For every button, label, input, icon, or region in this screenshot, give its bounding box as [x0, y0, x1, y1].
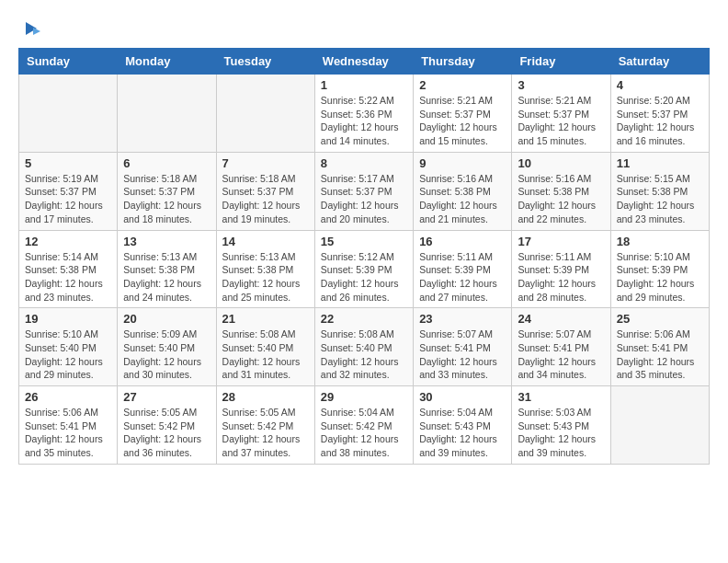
weekday-header: Thursday — [414, 49, 512, 75]
day-number: 17 — [518, 235, 604, 248]
calendar-cell: 22Sunrise: 5:08 AMSunset: 5:40 PMDayligh… — [314, 308, 413, 386]
calendar-cell: 11Sunrise: 5:15 AMSunset: 5:38 PMDayligh… — [610, 152, 709, 230]
calendar-cell — [19, 75, 118, 153]
day-number: 5 — [25, 156, 111, 170]
calendar-cell: 18Sunrise: 5:10 AMSunset: 5:39 PMDayligh… — [610, 230, 709, 308]
day-number: 16 — [419, 235, 506, 248]
day-info: Sunrise: 5:07 AMSunset: 5:41 PMDaylight:… — [419, 327, 506, 382]
day-number: 29 — [321, 390, 407, 404]
day-number: 21 — [222, 312, 309, 326]
day-number: 22 — [321, 312, 407, 326]
day-number: 10 — [518, 156, 604, 170]
day-number: 11 — [617, 156, 703, 170]
day-number: 20 — [123, 312, 210, 326]
day-info: Sunrise: 5:13 AMSunset: 5:38 PMDaylight:… — [222, 250, 309, 304]
calendar-cell: 29Sunrise: 5:04 AMSunset: 5:42 PMDayligh… — [314, 386, 413, 465]
day-number: 18 — [617, 235, 703, 248]
day-info: Sunrise: 5:06 AMSunset: 5:41 PMDaylight:… — [617, 327, 703, 382]
calendar-cell: 15Sunrise: 5:12 AMSunset: 5:39 PMDayligh… — [314, 230, 413, 308]
day-number: 14 — [222, 235, 309, 248]
day-info: Sunrise: 5:08 AMSunset: 5:40 PMDaylight:… — [222, 327, 309, 382]
day-info: Sunrise: 5:04 AMSunset: 5:43 PMDaylight:… — [419, 406, 506, 460]
day-number: 23 — [419, 312, 506, 326]
day-info: Sunrise: 5:11 AMSunset: 5:39 PMDaylight:… — [419, 250, 506, 304]
svg-marker-1 — [33, 28, 40, 35]
day-number: 3 — [518, 78, 604, 92]
calendar-cell: 20Sunrise: 5:09 AMSunset: 5:40 PMDayligh… — [118, 308, 216, 386]
calendar-cell: 25Sunrise: 5:06 AMSunset: 5:41 PMDayligh… — [610, 308, 709, 386]
calendar-cell: 5Sunrise: 5:19 AMSunset: 5:37 PMDaylight… — [19, 152, 118, 230]
day-info: Sunrise: 5:09 AMSunset: 5:40 PMDaylight:… — [123, 327, 210, 382]
day-info: Sunrise: 5:14 AMSunset: 5:38 PMDaylight:… — [25, 250, 111, 304]
day-info: Sunrise: 5:08 AMSunset: 5:40 PMDaylight:… — [321, 327, 407, 382]
day-info: Sunrise: 5:21 AMSunset: 5:37 PMDaylight:… — [419, 94, 506, 148]
calendar-cell: 16Sunrise: 5:11 AMSunset: 5:39 PMDayligh… — [414, 230, 512, 308]
day-info: Sunrise: 5:22 AMSunset: 5:36 PMDaylight:… — [321, 94, 407, 148]
day-info: Sunrise: 5:05 AMSunset: 5:42 PMDaylight:… — [123, 406, 210, 460]
day-number: 15 — [321, 235, 407, 248]
calendar-week-row: 5Sunrise: 5:19 AMSunset: 5:37 PMDaylight… — [19, 152, 710, 230]
weekday-header: Monday — [118, 49, 216, 75]
calendar-cell: 19Sunrise: 5:10 AMSunset: 5:40 PMDayligh… — [19, 308, 118, 386]
day-info: Sunrise: 5:10 AMSunset: 5:40 PMDaylight:… — [25, 327, 111, 382]
calendar-cell: 9Sunrise: 5:16 AMSunset: 5:38 PMDaylight… — [414, 152, 512, 230]
calendar-cell: 14Sunrise: 5:13 AMSunset: 5:38 PMDayligh… — [216, 230, 314, 308]
day-number: 26 — [25, 390, 111, 404]
day-info: Sunrise: 5:21 AMSunset: 5:37 PMDaylight:… — [518, 94, 604, 148]
logo — [18, 18, 40, 39]
calendar-cell: 26Sunrise: 5:06 AMSunset: 5:41 PMDayligh… — [19, 386, 118, 465]
day-number: 27 — [123, 390, 210, 404]
day-number: 4 — [617, 78, 703, 92]
calendar-cell: 1Sunrise: 5:22 AMSunset: 5:36 PMDaylight… — [314, 75, 413, 153]
day-info: Sunrise: 5:16 AMSunset: 5:38 PMDaylight:… — [419, 172, 506, 226]
logo-icon — [20, 18, 40, 39]
calendar-cell: 28Sunrise: 5:05 AMSunset: 5:42 PMDayligh… — [216, 386, 314, 465]
day-info: Sunrise: 5:12 AMSunset: 5:39 PMDaylight:… — [321, 250, 407, 304]
calendar-cell: 23Sunrise: 5:07 AMSunset: 5:41 PMDayligh… — [414, 308, 512, 386]
day-number: 30 — [419, 390, 506, 404]
day-info: Sunrise: 5:10 AMSunset: 5:39 PMDaylight:… — [617, 250, 703, 304]
day-info: Sunrise: 5:03 AMSunset: 5:43 PMDaylight:… — [518, 406, 604, 460]
weekday-header: Saturday — [610, 49, 709, 75]
page-header — [18, 18, 710, 39]
calendar-cell: 17Sunrise: 5:11 AMSunset: 5:39 PMDayligh… — [512, 230, 610, 308]
calendar-cell: 10Sunrise: 5:16 AMSunset: 5:38 PMDayligh… — [512, 152, 610, 230]
weekday-header: Wednesday — [314, 49, 413, 75]
day-number: 24 — [518, 312, 604, 326]
day-info: Sunrise: 5:16 AMSunset: 5:38 PMDaylight:… — [518, 172, 604, 226]
weekday-header: Sunday — [19, 49, 118, 75]
calendar-cell: 6Sunrise: 5:18 AMSunset: 5:37 PMDaylight… — [118, 152, 216, 230]
day-info: Sunrise: 5:13 AMSunset: 5:38 PMDaylight:… — [123, 250, 210, 304]
day-number: 25 — [617, 312, 703, 326]
calendar-cell: 12Sunrise: 5:14 AMSunset: 5:38 PMDayligh… — [19, 230, 118, 308]
day-number: 8 — [321, 156, 407, 170]
calendar-cell: 7Sunrise: 5:18 AMSunset: 5:37 PMDaylight… — [216, 152, 314, 230]
calendar-cell — [118, 75, 216, 153]
day-info: Sunrise: 5:05 AMSunset: 5:42 PMDaylight:… — [222, 406, 309, 460]
day-number: 7 — [222, 156, 309, 170]
day-number: 6 — [123, 156, 210, 170]
day-number: 19 — [25, 312, 111, 326]
day-info: Sunrise: 5:19 AMSunset: 5:37 PMDaylight:… — [25, 172, 111, 226]
calendar-week-row: 26Sunrise: 5:06 AMSunset: 5:41 PMDayligh… — [19, 386, 710, 465]
day-info: Sunrise: 5:17 AMSunset: 5:37 PMDaylight:… — [321, 172, 407, 226]
calendar-header-row: SundayMondayTuesdayWednesdayThursdayFrid… — [19, 49, 710, 75]
calendar-cell: 27Sunrise: 5:05 AMSunset: 5:42 PMDayligh… — [118, 386, 216, 465]
day-number: 2 — [419, 78, 506, 92]
day-number: 9 — [419, 156, 506, 170]
calendar-cell: 13Sunrise: 5:13 AMSunset: 5:38 PMDayligh… — [118, 230, 216, 308]
day-info: Sunrise: 5:06 AMSunset: 5:41 PMDaylight:… — [25, 406, 111, 460]
day-number: 1 — [321, 78, 407, 92]
calendar-table: SundayMondayTuesdayWednesdayThursdayFrid… — [18, 48, 710, 465]
day-info: Sunrise: 5:07 AMSunset: 5:41 PMDaylight:… — [518, 327, 604, 382]
calendar-cell: 3Sunrise: 5:21 AMSunset: 5:37 PMDaylight… — [512, 75, 610, 153]
calendar-cell: 2Sunrise: 5:21 AMSunset: 5:37 PMDaylight… — [414, 75, 512, 153]
calendar-cell: 30Sunrise: 5:04 AMSunset: 5:43 PMDayligh… — [414, 386, 512, 465]
day-number: 12 — [25, 235, 111, 248]
calendar-cell — [216, 75, 314, 153]
day-info: Sunrise: 5:18 AMSunset: 5:37 PMDaylight:… — [222, 172, 309, 226]
day-number: 13 — [123, 235, 210, 248]
calendar-cell — [610, 386, 709, 465]
calendar-cell: 24Sunrise: 5:07 AMSunset: 5:41 PMDayligh… — [512, 308, 610, 386]
calendar-cell: 8Sunrise: 5:17 AMSunset: 5:37 PMDaylight… — [314, 152, 413, 230]
